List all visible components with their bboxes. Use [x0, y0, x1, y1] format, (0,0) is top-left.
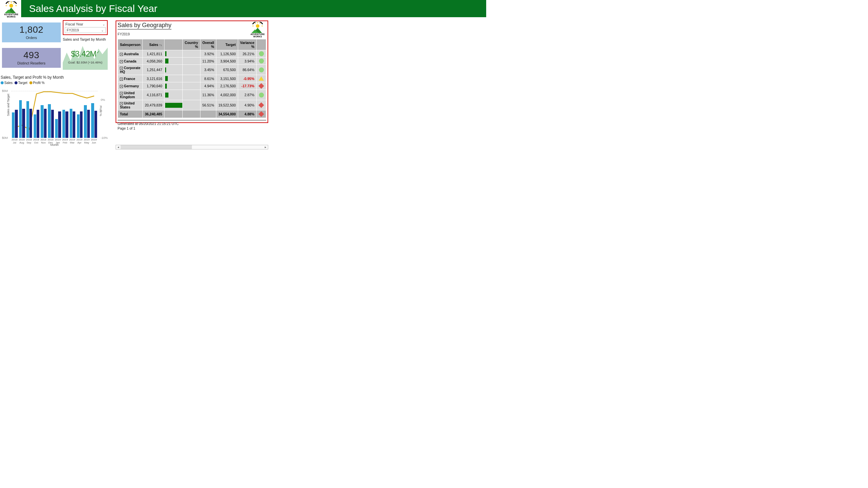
kpi-value: $3.42M✓ [63, 49, 108, 59]
check-icon: ✓ [96, 50, 100, 55]
bar-group[interactable] [34, 110, 40, 138]
table-row[interactable]: +Germany1,790,6404.94%2,176,500-17.73% [118, 82, 266, 90]
resellers-value: 493 [2, 51, 61, 60]
card-orders[interactable]: 1,802 Orders [2, 23, 61, 42]
geo-subtitle: FY2019 [118, 32, 172, 36]
bar-group[interactable] [19, 100, 25, 138]
scroll-right-icon[interactable]: ► [263, 145, 268, 149]
svg-line-11 [259, 23, 260, 24]
kpi-title: Sales and Target by Month [63, 37, 108, 41]
bar-group[interactable] [70, 109, 75, 138]
combo-chart-title: Sales, Target and Profit % by Month [1, 75, 109, 80]
slicer-dropdown[interactable]: FY2019 ⌄ [65, 27, 106, 33]
table-row[interactable]: +United Kingdom4,116,87111.36%4,002,0002… [118, 90, 266, 100]
geo-title: Sales by Geography [118, 22, 172, 29]
bar-group[interactable] [62, 110, 68, 138]
bar-group[interactable] [55, 111, 61, 138]
svg-point-6 [256, 24, 259, 28]
expand-icon[interactable]: + [120, 60, 123, 63]
x-tick: 2018Aug [18, 139, 26, 144]
combo-chart-legend: Sales Target Profit % [0, 81, 109, 85]
table-row[interactable]: +France3,121,6168.61%3,151,500-0.95% [118, 75, 266, 82]
bar-group[interactable] [41, 105, 46, 138]
expand-icon[interactable]: + [120, 85, 123, 88]
sales-by-geography-visual[interactable]: Sales by Geography FY2019 ADVENTUREWORKS… [116, 21, 268, 123]
x-tick: 2019Jan [54, 139, 62, 144]
orders-value: 1,802 [2, 25, 61, 34]
y-tick: $5M [2, 89, 8, 92]
table-row[interactable]: +United States20,479,83956.51%19,522,500… [118, 100, 266, 110]
y-tick: $0M [2, 136, 8, 140]
x-tick: 2019Feb [61, 139, 69, 144]
table-total-row: Total36,240,48534,554,0004.88% [118, 110, 266, 118]
x-tick: 2018Nov [39, 139, 47, 144]
sort-icon: ↑↓ [159, 43, 162, 47]
svg-line-4 [8, 3, 9, 4]
title-banner: Sales Analysis by Fiscal Year [21, 0, 486, 17]
chevron-down-icon[interactable]: ⌄ [102, 23, 105, 26]
orders-label: Orders [2, 36, 61, 40]
kpi-sales-vs-target[interactable]: Sales and Target by Month $3.42M✓ Goal: … [63, 37, 108, 70]
table-row[interactable]: +Canada4,058,26011.20%3,904,5003.94% [118, 58, 266, 65]
svg-line-10 [255, 23, 256, 24]
sun-mountain-icon [4, 1, 19, 13]
bar-group[interactable] [12, 110, 18, 138]
col-country-pct[interactable]: Country % [183, 39, 200, 50]
col-target[interactable]: Target [216, 39, 238, 50]
col-sales[interactable]: Sales ↑↓ [143, 39, 164, 50]
bar-group[interactable] [91, 103, 97, 138]
y-axis-label-left: Sales and Target [7, 94, 10, 116]
x-tick: 2018Oct [32, 139, 40, 144]
bar-group[interactable] [48, 104, 54, 138]
resellers-label: Distinct Resellers [2, 61, 61, 65]
svg-point-0 [9, 4, 13, 8]
table-row[interactable]: +Corporate HQ1,251,4473.45%670,50086.64% [118, 65, 266, 75]
fiscal-year-slicer[interactable]: Fiscal Year ⌄ FY2019 ⌄ [63, 20, 108, 35]
x-tick: 2019Jun [90, 139, 98, 144]
x-tick: 2019Mar [68, 139, 76, 144]
expand-icon[interactable]: + [120, 92, 123, 95]
brand-logo: ADVENTUREWORKS [249, 22, 266, 39]
x-tick: 2019May [83, 139, 91, 144]
scroll-left-icon[interactable]: ◄ [116, 145, 121, 149]
table-row[interactable]: +Australia1,421,8113.92%1,126,50026.21% [118, 50, 266, 58]
bar-group[interactable] [84, 105, 90, 138]
bar-group[interactable] [26, 101, 32, 138]
chevron-down-icon[interactable]: ⌄ [101, 28, 104, 32]
slicer-selected-value: FY2019 [67, 28, 79, 32]
x-tick: 2018Jul [10, 139, 19, 144]
expand-icon[interactable]: + [120, 102, 123, 105]
x-tick: 2018Sep [25, 139, 33, 144]
expand-icon[interactable]: + [120, 53, 123, 56]
col-salesperson[interactable]: Salesperson [118, 39, 143, 50]
x-tick: 2019Apr [75, 139, 84, 144]
col-overall-pct[interactable]: Overall % [200, 39, 216, 50]
kpi-goal: Goal: $2.93M (+16.46%) [63, 60, 108, 64]
page-title: Sales Analysis by Fiscal Year [29, 3, 158, 14]
bar-group[interactable] [77, 111, 83, 138]
scrollbar-thumb[interactable] [121, 145, 192, 149]
geo-matrix-table[interactable]: Salesperson Sales ↑↓ Country % Overall %… [118, 39, 266, 118]
horizontal-scrollbar[interactable]: ◄ ► [116, 145, 268, 149]
geo-footer: Generated at 05/20/2021 21:15:21 UTC Pag… [118, 120, 266, 131]
expand-icon[interactable]: + [120, 67, 123, 70]
svg-line-5 [13, 3, 14, 4]
card-distinct-resellers[interactable]: 493 Distinct Resellers [2, 48, 61, 68]
brand-logo: ADVENTUREWORKS [2, 1, 21, 18]
x-tick: 2018Dec [46, 139, 55, 144]
col-variance-pct[interactable]: Variance % [238, 39, 256, 50]
slicer-label: Fiscal Year [65, 22, 83, 26]
expand-icon[interactable]: + [120, 78, 123, 81]
combo-chart-sales-target-profit[interactable]: Sales, Target and Profit % by Month Sale… [0, 75, 109, 147]
